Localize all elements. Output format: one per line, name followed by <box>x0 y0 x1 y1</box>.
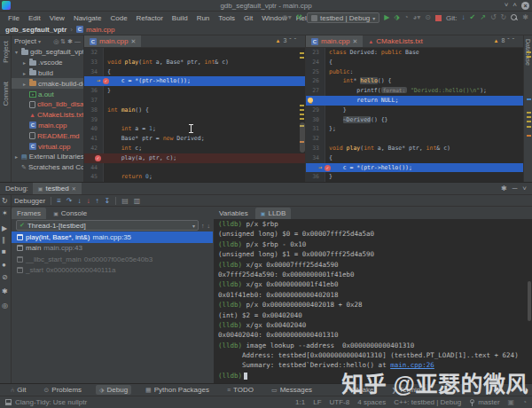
editor-right-code[interactable]: 23class Derived: public Base24{25public:… <box>306 48 523 182</box>
prev-warning-icon[interactable]: ˆ <box>507 37 509 43</box>
threads-view-icon[interactable]: ≡ <box>57 197 61 205</box>
code-line[interactable]: 45 return 0; <box>84 172 305 182</box>
frame-row[interactable]: __libc_start_main 0x00007f00e05e40b3 <box>12 254 213 265</box>
frame-up-icon[interactable]: ↑ <box>201 223 205 229</box>
settings-gear-icon[interactable]: ✱ <box>522 12 528 23</box>
editor-left-code[interactable]: 3233void play(int a, Base* ptr, int& c)3… <box>84 48 305 182</box>
hide-panel-icon[interactable]: — <box>74 38 81 44</box>
status-item-utf-8[interactable]: UTF-8 <box>330 398 350 406</box>
next-warning-icon[interactable]: ˇ <box>294 37 296 43</box>
git-push-icon[interactable]: ↗ <box>480 12 486 23</box>
thread-selector[interactable]: ✔ Thread-1-[testbed] ▾ <box>16 220 199 231</box>
close-icon[interactable]: × <box>521 2 529 10</box>
editor-tab-cmakelists[interactable]: ▲ CMakeLists.txt <box>363 35 427 47</box>
tab-variables[interactable]: Variables <box>214 208 254 219</box>
minimize-icon[interactable]: ˅ <box>505 1 509 10</box>
editor-tab-main-cpp-split[interactable]: C main.cpp ✕ <box>306 35 363 47</box>
panel-settings-gear-icon[interactable]: ✱ <box>67 38 73 45</box>
tree-item-virtual-cpp[interactable]: Cvirtual.cpp <box>12 141 83 152</box>
tool-window-button-debug[interactable]: ⬗Debug <box>96 385 131 395</box>
intention-bulb-icon[interactable] <box>308 98 313 103</box>
tree-item-external-libraries[interactable]: ▸▤External Libraries <box>12 152 83 162</box>
layout-icon-2[interactable]: ▥ <box>134 197 141 205</box>
evaluate-gear-icon[interactable]: ✱ <box>2 287 8 295</box>
user-icon[interactable]: ◉▾ <box>282 12 292 23</box>
git-commit-icon[interactable]: ✔ <box>469 12 475 23</box>
menu-code[interactable]: Code <box>106 14 131 22</box>
tree-item-gdb-segfault-vptr[interactable]: ▾gdb_segfault_vptr ~/w <box>12 47 83 58</box>
frame-row[interactable]: play(int, Base*, int&) main.cpp:35 <box>12 231 213 243</box>
collapse-all-icon[interactable]: ⇅ <box>60 38 66 45</box>
tree-item-main-cpp[interactable]: Cmain.cpp <box>12 121 83 131</box>
tree-item-build[interactable]: ▸build <box>12 68 83 79</box>
tool-window-tab-project[interactable]: Project <box>2 41 10 63</box>
layout-icon-1[interactable]: ▤ <box>121 197 129 205</box>
tool-window-button-git[interactable]: ⑃Git <box>7 385 29 395</box>
tree-chevron-icon[interactable]: ▸ <box>15 153 20 160</box>
code-line[interactable]: 42 int c; <box>84 144 305 153</box>
chevron-down-icon[interactable]: ▾ <box>38 38 41 44</box>
tool-window-button-todo[interactable]: ≡TODO <box>223 385 257 395</box>
code-line[interactable]: 41 Base* ptr = new Derived; <box>84 134 305 144</box>
build-hammer-icon[interactable]: ⚒ <box>296 12 302 23</box>
tab-frames[interactable]: Frames <box>12 208 46 219</box>
close-tab-icon[interactable]: ✕ <box>130 38 136 45</box>
code-line[interactable]: 35→✓ c = *(ptr->hello()); <box>306 163 523 173</box>
menu-file[interactable]: File <box>4 14 24 22</box>
code-line[interactable]: 35→✓ c = *(ptr->hello()); <box>84 76 305 86</box>
tab-lldb[interactable]: ▣ LLDB <box>255 208 292 219</box>
code-line[interactable]: 38int main() { <box>84 106 305 115</box>
project-panel-title[interactable]: Project <box>14 37 36 45</box>
prev-warning-icon[interactable]: ˆ <box>289 37 291 43</box>
tree-chevron-icon[interactable]: ▸ <box>23 81 27 87</box>
code-line[interactable]: 23class Derived: public Base <box>306 48 523 58</box>
inspection-widget-left[interactable]: ▲ 3 ˆ ˇ <box>275 37 296 43</box>
tree-item-a-out[interactable]: »a.out <box>12 89 83 99</box>
step-out-icon[interactable]: ↑ <box>96 197 99 205</box>
menu-refactor[interactable]: Refactor <box>132 14 168 22</box>
tool-windows-toggle-icon[interactable] <box>5 399 12 405</box>
profile-button[interactable]: ◔ <box>404 12 409 23</box>
code-line[interactable]: 33void play(int a, Base* ptr, int& c) <box>84 58 305 67</box>
tree-item-scratches-and-consoles[interactable]: ✎Scratches and Consoles <box>12 162 83 173</box>
close-session-icon[interactable]: ✕ <box>72 185 76 192</box>
tool-window-button-python-packages[interactable]: ▦Python Packages <box>142 385 213 395</box>
breakpoint-icon[interactable]: ✓ <box>325 165 331 171</box>
tree-item-clion-lldb-disassem[interactable]: clion_lldb_disassem <box>12 99 83 110</box>
code-line[interactable]: 25public: <box>306 67 523 77</box>
lldb-console[interactable]: (lldb) p/x $rbp(unsigned long) $0 = 0x00… <box>214 219 532 383</box>
breakpoint-icon[interactable]: ✓ <box>95 155 101 161</box>
status-message[interactable]: Clang-Tidy: Use nullptr <box>15 398 87 406</box>
menu-view[interactable]: View <box>45 14 69 22</box>
code-line[interactable]: 31}; <box>306 124 523 134</box>
redo-icon[interactable]: ↻ <box>501 12 507 23</box>
tab-console[interactable]: ▣ Console <box>48 208 92 219</box>
frame-row[interactable]: _start 0x000000000040111a <box>12 265 213 277</box>
debug-button[interactable]: ⬗ <box>394 12 399 23</box>
run-to-cursor-icon[interactable]: ↧ <box>105 197 111 205</box>
code-line[interactable]: 34{ <box>306 153 523 163</box>
debug-settings-gear-icon[interactable]: ✱ <box>501 184 507 192</box>
run-configuration-select[interactable]: testbed | Debug ▾ <box>307 12 379 23</box>
code-line[interactable]: 40 int a = 1; <box>84 124 305 134</box>
pause-icon[interactable]: ∥ <box>2 236 5 244</box>
code-line[interactable]: 32 <box>306 134 523 144</box>
tree-chevron-icon[interactable]: ▸ <box>23 70 27 76</box>
frame-row[interactable]: main main.cpp:43 <box>12 243 213 255</box>
code-line[interactable]: 36} <box>84 86 305 96</box>
search-everywhere-icon[interactable] <box>511 14 518 21</box>
rerun-icon[interactable]: ↻ <box>2 197 8 205</box>
tool-window-button-problems[interactable]: ⊙Problems <box>40 385 85 395</box>
git-update-icon[interactable]: ↓ <box>461 12 465 23</box>
collapse-panel-icon[interactable]: ˅ <box>522 184 527 192</box>
status-item-lf[interactable]: LF <box>313 398 321 406</box>
undo-icon[interactable]: ↺ <box>490 12 497 23</box>
tree-chevron-icon[interactable]: ▾ <box>15 49 20 55</box>
tool-window-tab-commit[interactable]: Commit <box>2 82 10 106</box>
editor-tab-main-cpp[interactable]: C main.cpp ✕ <box>84 35 141 47</box>
breadcrumb-project[interactable]: gdb_segfault_vptr <box>5 26 66 34</box>
tree-chevron-icon[interactable]: ▸ <box>23 59 27 66</box>
tree-item-readme-md[interactable]: README.md <box>12 130 83 141</box>
view-breakpoints-icon[interactable]: ● <box>2 261 6 269</box>
code-line[interactable]: 29 } <box>306 106 523 115</box>
